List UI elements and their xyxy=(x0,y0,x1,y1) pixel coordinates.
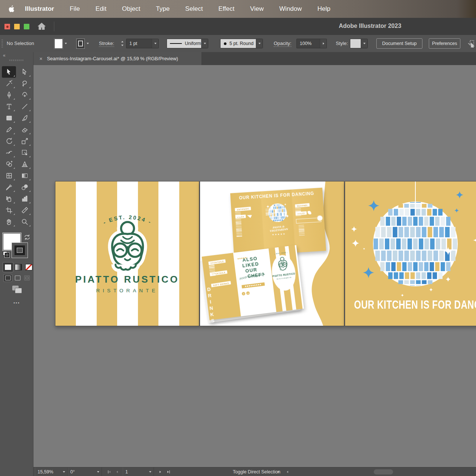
tool-curvature[interactable] xyxy=(17,89,32,101)
tool-direct-selection[interactable] xyxy=(17,66,32,78)
tool-perspective-grid[interactable] xyxy=(17,158,32,170)
document-canvas[interactable]: - EST. 2024 - PIATTO RUSTICO RISTORANTE … xyxy=(33,65,476,467)
tool-line-segment[interactable] xyxy=(17,101,32,112)
none-mode-button[interactable] xyxy=(24,263,34,272)
change-screen-mode-button[interactable] xyxy=(12,286,22,293)
apple-logo-icon[interactable] xyxy=(8,5,15,13)
last-artboard-button[interactable] xyxy=(164,467,173,476)
tool-blend[interactable] xyxy=(17,181,32,193)
menu-view[interactable]: View xyxy=(250,5,264,13)
tool-free-transform[interactable] xyxy=(17,147,32,158)
minimize-window-button[interactable] xyxy=(14,24,20,29)
stroke-weight-field[interactable]: 1 pt xyxy=(126,39,159,48)
rotation-field[interactable]: 0° xyxy=(68,467,102,476)
chevron-down-icon[interactable] xyxy=(361,39,367,48)
macos-menubar: Illustrator File Edit Object Type Select… xyxy=(0,0,476,18)
zoom-level-field[interactable]: 15,59% xyxy=(35,467,68,476)
opacity-field[interactable]: 100% xyxy=(296,39,327,48)
draw-normal-button[interactable] xyxy=(4,274,12,282)
tool-width[interactable] xyxy=(2,147,16,158)
gradient-mode-button[interactable] xyxy=(13,263,23,272)
close-tab-icon[interactable]: × xyxy=(39,56,42,62)
tool-hand[interactable] xyxy=(2,216,16,228)
chevron-down-icon[interactable] xyxy=(201,39,208,48)
previous-artboard-button[interactable] xyxy=(113,467,121,476)
stroke-label[interactable]: Stroke: xyxy=(99,41,114,47)
tool-type[interactable] xyxy=(2,101,16,112)
tool-mesh[interactable] xyxy=(2,170,16,181)
first-artboard-button[interactable] xyxy=(105,467,113,476)
status-collapse-icon[interactable] xyxy=(283,467,292,476)
chevron-right-icon[interactable] xyxy=(320,39,327,48)
edit-toolbar-ellipsis[interactable]: ••• xyxy=(0,300,33,305)
menu-file[interactable]: File xyxy=(70,5,80,13)
stroke-color-proxy[interactable] xyxy=(12,242,28,258)
artboard-3-disco-poster[interactable]: OUR KITCHEN IS FOR DANCING xyxy=(345,181,476,326)
fill-color-control[interactable] xyxy=(54,38,67,49)
tool-paintbrush[interactable] xyxy=(17,112,32,124)
menu-select[interactable]: Select xyxy=(185,5,203,13)
tool-eyedropper[interactable] xyxy=(2,181,16,193)
document-tab[interactable]: × Seamless-Instagram-Carousel.ai* @ 15,5… xyxy=(33,52,202,65)
tool-rectangle[interactable] xyxy=(2,112,16,124)
tool-magic-wand[interactable] xyxy=(2,78,16,89)
tool-pen[interactable] xyxy=(2,89,16,101)
tool-selection[interactable] xyxy=(2,66,16,78)
menu-window[interactable]: Window xyxy=(279,5,302,13)
document-setup-button[interactable]: Document Setup xyxy=(376,38,422,49)
tool-lasso[interactable] xyxy=(17,78,32,89)
menu-edit[interactable]: Edit xyxy=(96,5,106,13)
tool-rotate[interactable] xyxy=(2,135,16,147)
swap-fill-stroke-icon[interactable] xyxy=(23,234,31,242)
brand-title: PIATTO RUSTICO xyxy=(55,274,199,285)
tool-shape-builder[interactable] xyxy=(2,158,16,170)
color-mode-button[interactable] xyxy=(3,263,13,272)
stroke-color-control[interactable] xyxy=(76,38,89,49)
artboard-1-logo-cover[interactable]: - EST. 2024 - PIATTO RUSTICO RISTORANTE xyxy=(55,181,199,326)
chevron-down-icon[interactable] xyxy=(65,43,67,44)
artboard-number-field[interactable]: 1 xyxy=(123,467,154,476)
width-profile-field[interactable]: Uniform xyxy=(167,39,208,48)
tool-artboard[interactable] xyxy=(2,205,16,216)
home-icon[interactable] xyxy=(36,22,47,31)
tool-zoom[interactable] xyxy=(17,216,32,228)
opacity-label[interactable]: Opacity: xyxy=(274,41,292,47)
pizza-doodle-icon xyxy=(247,214,252,218)
collapse-panel-icon[interactable]: « xyxy=(3,53,6,58)
tool-slice[interactable] xyxy=(17,205,32,216)
fill-swatch[interactable] xyxy=(54,39,63,49)
tool-pencil[interactable] xyxy=(2,124,16,135)
horizontal-scrollbar-thumb[interactable] xyxy=(374,469,393,475)
draw-inside-button[interactable] xyxy=(23,274,31,282)
preferences-button[interactable]: Preferences xyxy=(429,38,460,49)
panel-grip[interactable] xyxy=(9,60,24,61)
style-field[interactable] xyxy=(350,39,368,48)
menu-object[interactable]: Object xyxy=(122,5,140,13)
stroke-weight-stepper[interactable] xyxy=(120,39,125,48)
close-window-button[interactable] xyxy=(4,24,10,29)
tool-column-graph[interactable] xyxy=(17,193,32,205)
chevron-down-icon[interactable] xyxy=(256,39,263,48)
tool-gradient[interactable] xyxy=(17,170,32,181)
status-play-icon[interactable] xyxy=(274,467,283,476)
menu-type[interactable]: Type xyxy=(156,5,170,13)
zoom-window-button[interactable] xyxy=(24,24,29,29)
next-artboard-button[interactable] xyxy=(156,467,164,476)
tool-scale[interactable] xyxy=(17,135,32,147)
menu-effect[interactable]: Effect xyxy=(218,5,234,13)
tool-symbol-sprayer[interactable] xyxy=(2,193,16,205)
stroke-swatch[interactable] xyxy=(76,39,85,49)
selection-tool-cycle-icon[interactable] xyxy=(467,39,475,49)
brush-definition-field[interactable]: 5 pt. Round xyxy=(220,39,263,48)
chevron-down-icon[interactable] xyxy=(87,43,89,44)
panel-grip[interactable] xyxy=(1,39,3,48)
menu-illustrator[interactable]: Illustrator xyxy=(25,5,54,13)
draw-behind-button[interactable] xyxy=(13,274,22,282)
default-fill-stroke-icon[interactable] xyxy=(3,251,9,257)
chevron-down-icon[interactable] xyxy=(152,39,158,48)
menu-mockup-folded: COCKTAILS MOCKTAILS SOFT DRINKS DRINKS A… xyxy=(202,245,304,320)
menu-help[interactable]: Help xyxy=(318,5,331,13)
menu-center-panel: PASTA & VEGETARIAN ★★★★★ xyxy=(265,202,291,237)
artboard-2-menu-mockups[interactable]: OUR KITCHEN IS FOR DANCING ANTIPASTI PIZ… xyxy=(200,181,344,326)
tool-eraser[interactable] xyxy=(17,124,32,135)
